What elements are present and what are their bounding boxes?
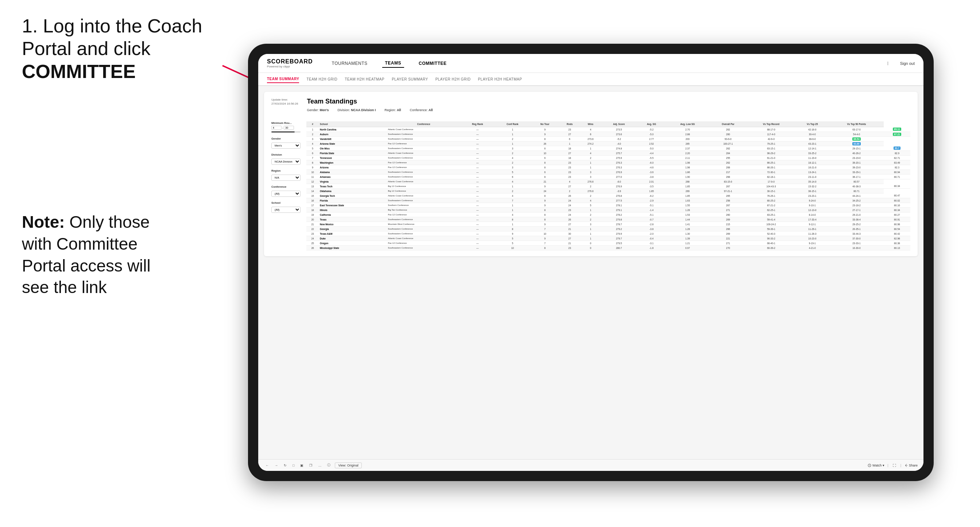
toolbar-share-icon[interactable]: ❐	[308, 463, 313, 468]
data-cell: 9	[531, 236, 559, 241]
subnav-team-h2h-heatmap[interactable]: TEAM H2H HEATMAP	[345, 76, 384, 83]
data-cell: 6	[306, 151, 319, 156]
data-cell: Southeastern Conference	[387, 132, 461, 137]
col-vs-top-50: Vs Top 50 Points	[829, 121, 884, 127]
data-cell: 269	[709, 232, 747, 236]
school-select[interactable]: (All)	[271, 206, 301, 213]
data-cell: 1	[559, 141, 580, 146]
data-cell: 82.71	[884, 156, 910, 160]
data-cell: 7	[531, 227, 559, 232]
toolbar-forward[interactable]: →	[273, 463, 279, 468]
content-card: Update time: 27/03/2024 16:56:26 Team St…	[264, 92, 918, 256]
data-cell: 80.91	[884, 217, 910, 222]
nav-teams[interactable]: TEAMS	[382, 59, 404, 68]
data-cell: 2	[495, 189, 531, 194]
gender-select[interactable]: Men's	[271, 143, 301, 149]
data-cell: 271	[709, 208, 747, 213]
school-cell: North Carolina	[319, 127, 387, 132]
data-cell: 80.34	[884, 184, 910, 189]
tablet-frame: SCOREBOARD Powered by clippi TOURNAMENTS…	[248, 44, 934, 481]
subnav-team-summary[interactable]: TEAM SUMMARY	[267, 75, 299, 83]
data-cell: 4	[559, 179, 580, 184]
toolbar-zoom-out[interactable]: □	[291, 463, 296, 468]
data-cell: Southeastern Conference	[387, 137, 461, 141]
data-cell: 6	[531, 156, 559, 160]
data-cell: —	[461, 217, 495, 222]
data-cell: 97-21-1	[709, 189, 747, 194]
share-label: Share	[909, 464, 918, 467]
data-cell: 8	[531, 213, 559, 217]
nav-committee[interactable]: COMMITTEE	[416, 59, 450, 67]
data-cell: 6	[580, 132, 601, 137]
data-cell: 38-6-0	[795, 137, 829, 141]
toolbar-expand[interactable]: ⛶	[891, 463, 897, 468]
view-original-button[interactable]: View: Original	[335, 462, 361, 468]
data-cell: 1.63	[666, 198, 709, 203]
school-cell: Georgia Tech	[319, 194, 387, 198]
data-cell: 30-15-1	[747, 189, 795, 194]
data-cell: 23	[559, 175, 580, 179]
table-row: 21New MexicoMountain West Conference—192…	[306, 222, 910, 227]
data-cell: —	[461, 227, 495, 232]
data-cell: 36-17-1	[829, 175, 884, 179]
subnav-player-summary[interactable]: PLAYER SUMMARY	[392, 76, 428, 83]
school-cell: Oklahoma	[319, 189, 387, 194]
data-cell: 2	[495, 151, 531, 156]
subnav-player-h2h-heatmap[interactable]: PLAYER H2H HEATMAP	[478, 76, 522, 83]
logo-sub: Powered by clippi	[267, 65, 313, 68]
toolbar-reload[interactable]: ↻	[282, 463, 288, 468]
data-cell: 80.71	[829, 189, 884, 194]
data-cell: 80.47	[884, 194, 910, 198]
data-cell: 90-33-2	[747, 236, 795, 241]
data-cell: Big 12 Conference	[387, 189, 461, 194]
data-cell: 276.9	[601, 184, 637, 189]
data-cell: 2.88	[666, 132, 709, 137]
data-cell: 1.41	[666, 222, 709, 227]
sign-out-button[interactable]: Sign out	[900, 61, 915, 66]
data-cell: 59-41-4	[747, 217, 795, 222]
data-cell: 89.11	[884, 127, 910, 132]
data-cell: 17	[306, 203, 319, 208]
data-cell: 26	[559, 194, 580, 198]
data-cell: 5	[495, 170, 531, 175]
data-cell: 29-15-1	[829, 146, 884, 151]
table-row: 1North CarolinaAtlantic Coast Conference…	[306, 127, 910, 132]
subnav-team-h2h-grid[interactable]: TEAM H2H GRID	[306, 76, 337, 83]
region-select[interactable]: N/A	[271, 175, 301, 181]
col-conf-rank: Conf Rank	[495, 121, 531, 127]
data-cell: 80.16	[884, 203, 910, 208]
data-cell: Southeastern Conference	[387, 146, 461, 151]
data-cell: 1	[495, 203, 531, 208]
toolbar-zoom-in[interactable]: ▣	[299, 463, 305, 468]
watch-button[interactable]: Watch ▾	[868, 464, 885, 467]
data-cell: 16-21-0	[795, 165, 829, 170]
data-cell: 26	[531, 141, 559, 146]
data-cell: -4.0	[601, 141, 637, 146]
data-cell: 217	[709, 170, 747, 175]
conference-select[interactable]: (All)	[271, 190, 301, 197]
data-cell: Southeastern Conference	[387, 246, 461, 250]
gender-filter-label: Gender: Men's	[307, 108, 329, 112]
region-filter-label: Region	[271, 169, 301, 172]
filter-row: Gender: Men's Division: NCAA Division I …	[307, 108, 910, 112]
min-rounds-input[interactable]	[271, 126, 282, 130]
toolbar-back[interactable]: ←	[264, 463, 270, 468]
max-rounds-input[interactable]	[284, 126, 294, 130]
toolbar-more[interactable]: …	[317, 463, 323, 468]
school-cell: Illinois	[319, 208, 387, 213]
division-select[interactable]: NCAA Division I	[271, 159, 301, 165]
data-cell: 11-28-3	[795, 232, 829, 236]
school-cell: Texas	[319, 217, 387, 222]
committee-bold: COMMITTEE	[22, 61, 136, 82]
tablet-screen: SCOREBOARD Powered by clippi TOURNAMENTS…	[258, 54, 923, 471]
data-cell: 277.0	[601, 175, 637, 179]
nav-tournaments[interactable]: TOURNAMENTS	[329, 59, 371, 67]
division-filter-label: Division: NCAA Division I	[338, 108, 376, 112]
subnav-player-h2h-grid[interactable]: PLAYER H2H GRID	[436, 76, 471, 83]
data-cell: 59-39-1	[747, 227, 795, 232]
data-cell: 9	[531, 203, 559, 208]
share-button[interactable]: Share	[904, 464, 918, 467]
data-cell: 63-17-0	[829, 127, 884, 132]
data-cell: 279.8	[601, 217, 637, 222]
toolbar-info[interactable]: ⓘ	[326, 462, 332, 468]
